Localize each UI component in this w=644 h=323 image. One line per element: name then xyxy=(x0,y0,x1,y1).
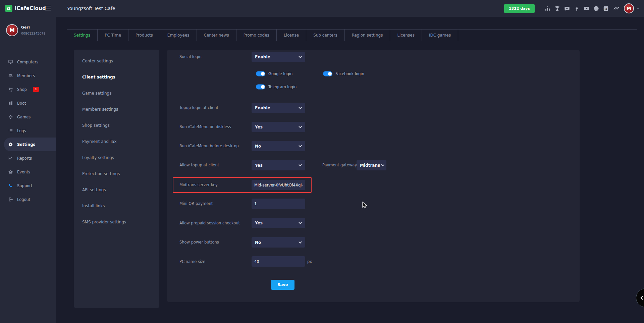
tab-licenses[interactable]: Licenses xyxy=(390,30,422,41)
run-diskless-select[interactable]: Yes xyxy=(252,122,305,132)
tabs-bar: Settings PC Time Products Employees Cent… xyxy=(67,30,458,41)
youtube-icon[interactable] xyxy=(582,5,591,12)
globe-icon[interactable] xyxy=(591,5,601,12)
sidebar-nav: Computers Members Shop 1 Boot Games Logs… xyxy=(0,55,56,206)
allow-topup-label: Allow topup at client xyxy=(179,163,219,167)
telegram-login-toggle[interactable] xyxy=(256,85,265,90)
header-actions: 1322 days xyxy=(504,0,640,17)
user-avatar[interactable]: M xyxy=(624,3,634,13)
payment-gateway-label: Payment gateway xyxy=(322,163,357,167)
tab-pc-time[interactable]: PC Time xyxy=(98,30,128,41)
subnav-center-settings[interactable]: Center settings xyxy=(74,53,159,69)
run-diskless-label: Run iCafeMenu on diskless xyxy=(179,124,231,129)
facebook-icon[interactable] xyxy=(572,5,582,12)
subnav-payment-and-tax[interactable]: Payment and Tax xyxy=(74,133,159,150)
cafe-title: Youngzsoft Test Cafe xyxy=(67,0,115,17)
icafecloud-icon[interactable]: i2 xyxy=(601,5,611,12)
tab-settings[interactable]: Settings xyxy=(67,30,98,41)
logo-area: i2 iCafeCloud xyxy=(0,0,56,17)
brand-name: iCafeCloud xyxy=(15,5,46,11)
sidebar-item-computers[interactable]: Computers xyxy=(0,55,56,69)
sidebar-item-logout[interactable]: Logout xyxy=(0,193,56,206)
facebook-login-label: Facebook login xyxy=(335,71,364,76)
svg-text:i2: i2 xyxy=(604,7,607,10)
midtrans-server-key-input[interactable] xyxy=(252,180,305,190)
prepaid-checkout-label: Allow prepaid session checkout xyxy=(179,221,240,225)
user-name: Geri xyxy=(21,25,46,30)
top-header: i2 iCafeCloud Youngzsoft Test Cafe 1322 … xyxy=(0,0,644,17)
subnav-loyalty-settings[interactable]: Loyalty settings xyxy=(74,150,159,166)
topup-login-select[interactable]: Enable xyxy=(252,103,305,113)
pc-name-size-label: PC name size xyxy=(179,259,205,264)
chevron-down-icon xyxy=(299,221,302,224)
tab-promo-codes[interactable]: Promo codes xyxy=(236,30,277,41)
sidebar-item-logs[interactable]: Logs xyxy=(0,124,56,138)
subnav-members-settings[interactable]: Members settings xyxy=(74,101,159,117)
social-login-label: Social login xyxy=(179,54,202,59)
subnav-client-settings[interactable]: Client settings xyxy=(74,69,159,85)
run-before-desktop-select[interactable]: No xyxy=(252,141,305,151)
tab-license[interactable]: License xyxy=(277,30,306,41)
mini-qr-input[interactable] xyxy=(252,199,305,209)
sidebar-item-reports[interactable]: Reports xyxy=(0,151,56,165)
tab-products[interactable]: Products xyxy=(128,30,160,41)
hamburger-menu-icon[interactable] xyxy=(45,6,51,12)
topup-login-label: Topup login at client xyxy=(179,105,218,110)
subnav-api-settings[interactable]: API settings xyxy=(74,182,159,198)
sidebar-user: M Geri 008612345678 xyxy=(6,24,46,36)
subnav-install-links[interactable]: Install links xyxy=(74,198,159,214)
sidebar-item-games[interactable]: Games xyxy=(0,110,56,124)
subnav-sms-provider-settings[interactable]: SMS provider settings xyxy=(74,214,159,230)
cart-icon xyxy=(8,87,13,92)
sidebar-item-members[interactable]: Members xyxy=(0,69,56,83)
list-icon xyxy=(8,128,13,133)
tab-region-settings[interactable]: Region settings xyxy=(345,30,390,41)
trophy-icon[interactable] xyxy=(552,5,562,12)
user-id: 008612345678 xyxy=(21,32,46,35)
chevron-down-icon[interactable] xyxy=(636,5,640,12)
subnav-game-settings[interactable]: Game settings xyxy=(74,85,159,101)
telegram-login-label: Telegram login xyxy=(268,85,297,89)
gear-icon xyxy=(8,142,13,147)
layers-icon[interactable] xyxy=(611,5,621,12)
sidebar-item-boot[interactable]: Boot xyxy=(0,96,56,110)
payment-gateway-select[interactable]: Midtrans xyxy=(357,160,386,170)
google-login-toggle[interactable] xyxy=(256,71,265,76)
sidebar-avatar[interactable]: M xyxy=(6,24,18,36)
google-login-label: Google login xyxy=(268,71,292,76)
tab-center-news[interactable]: Center news xyxy=(197,30,236,41)
tab-employees[interactable]: Employees xyxy=(160,30,197,41)
sidebar-item-settings[interactable]: Settings xyxy=(4,138,56,151)
subnav-protection-settings[interactable]: Protection settings xyxy=(74,166,159,182)
license-days-badge[interactable]: 1322 days xyxy=(504,4,535,13)
client-settings-form: Social login Enable Google login Faceboo… xyxy=(167,50,580,302)
shop-badge: 1 xyxy=(33,87,39,92)
chevron-down-icon xyxy=(299,55,302,58)
settings-subnav: Center settings Client settings Game set… xyxy=(74,50,159,308)
crown-icon xyxy=(8,169,13,174)
sidebar-item-events[interactable]: Events xyxy=(0,165,56,179)
leaderboard-icon[interactable] xyxy=(543,5,552,12)
icafecloud-logo-icon: i2 xyxy=(5,5,12,12)
sidebar-item-shop[interactable]: Shop 1 xyxy=(0,83,56,96)
social-login-select[interactable]: Enable xyxy=(252,52,305,62)
allow-topup-select[interactable]: Yes xyxy=(252,160,305,170)
run-before-desktop-label: Run iCafeMenu before desktop xyxy=(179,144,239,148)
chevron-down-icon xyxy=(381,163,384,166)
prepaid-checkout-select[interactable]: Yes xyxy=(252,218,305,228)
discord-icon[interactable] xyxy=(562,5,572,12)
facebook-login-toggle[interactable] xyxy=(323,71,332,76)
pc-name-size-input[interactable] xyxy=(252,256,305,267)
chevron-down-icon xyxy=(299,125,302,128)
chevron-down-icon xyxy=(299,163,302,166)
save-button[interactable]: Save xyxy=(271,280,294,290)
tab-sub-centers[interactable]: Sub centers xyxy=(306,30,345,41)
subnav-shop-settings[interactable]: Shop settings xyxy=(74,117,159,133)
chevron-down-icon xyxy=(299,106,302,109)
mini-qr-label: Mini QR payment xyxy=(179,201,213,206)
tab-idc-games[interactable]: IDC games xyxy=(422,30,458,41)
sidebar-item-support[interactable]: Support xyxy=(0,179,56,193)
collapse-panel-button[interactable] xyxy=(636,288,644,307)
pc-name-size-unit: px xyxy=(307,259,312,264)
power-buttons-select[interactable]: No xyxy=(252,237,305,248)
